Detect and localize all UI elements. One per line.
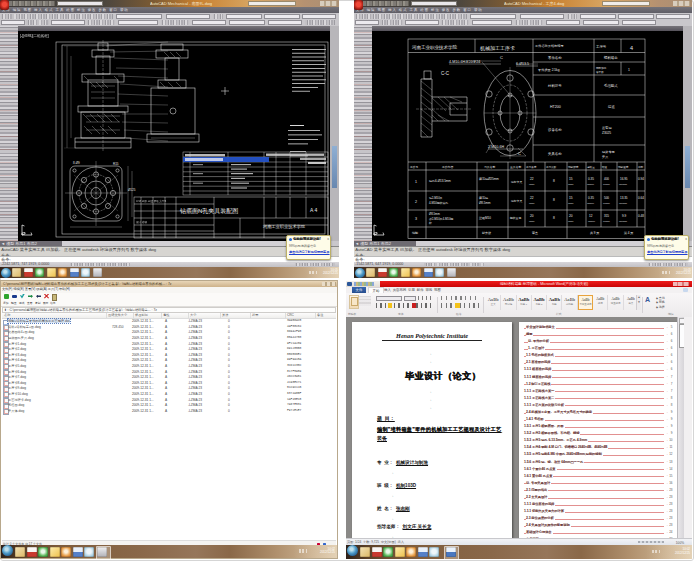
svg-text:摇臂钻: 摇臂钻 [602, 125, 612, 130]
svg-text:C: C [518, 151, 521, 156]
svg-text:(r/min): (r/min) [603, 220, 610, 223]
svg-text:8-Ø9: 8-Ø9 [73, 161, 80, 165]
svg-text:麻花钻Ø25mm: 麻花钻Ø25mm [479, 177, 499, 181]
svg-text:20: 20 [530, 214, 534, 218]
svg-text:0.94: 0.94 [638, 177, 644, 181]
svg-text:设备名称: 设备名称 [548, 127, 562, 132]
svg-text:铸造: 铸造 [607, 105, 615, 109]
svg-text:400: 400 [604, 177, 609, 181]
svg-text:工序号: 工序号 [596, 45, 607, 49]
svg-text:进给量: 进给量 [587, 165, 595, 169]
svg-text:工步号: 工步号 [410, 165, 419, 169]
svg-text:工步内容: 工步内容 [442, 165, 453, 169]
svg-text:16.95: 16.95 [620, 177, 628, 181]
svg-text:编制: 编制 [412, 231, 418, 235]
svg-text:3: 3 [415, 217, 417, 221]
svg-text:零件数: 零件数 [596, 70, 604, 74]
svg-text:Ø8.5mm: Ø8.5mm [429, 212, 440, 216]
svg-text:(mm): (mm) [529, 183, 535, 186]
svg-text:8: 8 [553, 198, 555, 202]
svg-text:A 4: A 4 [310, 207, 317, 213]
svg-text:纹: 纹 [429, 221, 432, 225]
svg-text:游标卡尺: 游标卡尺 [511, 180, 522, 184]
svg-text:(mm): (mm) [529, 202, 535, 205]
svg-text:麻花钻: 麻花钻 [479, 196, 488, 200]
svg-text:8: 8 [553, 216, 555, 220]
svg-text:钻底面N孔夹具装配图: 钻底面N孔夹具装配图 [179, 207, 238, 215]
svg-text:(m/min): (m/min) [619, 183, 627, 186]
svg-text:(mm/r): (mm/r) [588, 220, 595, 223]
svg-text:钻床专用: 钻床专用 [601, 150, 615, 154]
svg-text:(mm): (mm) [568, 183, 574, 186]
svg-text:毛坯型式: 毛坯型式 [604, 83, 618, 88]
svg-text:6-Ø13.5: 6-Ø13.5 [516, 62, 529, 66]
svg-text:游标卡尺: 游标卡尺 [511, 199, 522, 203]
svg-text:丝锥M10: 丝锥M10 [479, 216, 491, 220]
svg-text:(m/min): (m/min) [619, 220, 627, 223]
svg-text:1: 1 [415, 180, 417, 184]
svg-text:夹具: 夹具 [602, 155, 609, 159]
svg-text:钻2-M10及: 钻2-M10及 [428, 196, 443, 200]
svg-text:13.35: 13.35 [620, 196, 628, 200]
svg-text:(mm/r): (mm/r) [587, 183, 594, 186]
svg-text:刀具名称: 刀具名称 [484, 165, 495, 169]
svg-text:工时: 工时 [638, 165, 644, 169]
svg-text:C: C [500, 55, 503, 60]
svg-text:20: 20 [569, 214, 573, 218]
svg-text:4: 4 [630, 45, 633, 51]
svg-text:Ø8.5mm: Ø8.5mm [479, 201, 491, 205]
svg-text:螺纹量规: 螺纹量规 [510, 216, 521, 220]
svg-text:工件名称及指标编号: 工件名称及指标编号 [535, 44, 565, 48]
svg-text:0.64: 0.64 [638, 196, 644, 200]
svg-text:315: 315 [604, 214, 609, 218]
svg-text:转速: 转速 [602, 165, 608, 169]
svg-text:1: 1 [628, 68, 630, 72]
svg-text:(r/min): (r/min) [603, 183, 610, 186]
svg-text:攻2-M10及4-M10螺: 攻2-M10及4-M10螺 [429, 217, 453, 221]
svg-text:材料牌号: 材料牌号 [547, 84, 562, 88]
svg-text:(mm/r): (mm/r) [587, 202, 594, 205]
svg-text:抄去校: 抄去校 [482, 231, 491, 235]
svg-text:HT200: HT200 [550, 105, 561, 109]
svg-text:走刀长度: 走刀长度 [526, 165, 537, 169]
svg-text:22: 22 [530, 177, 534, 181]
svg-text:夹具名称: 夹具名称 [548, 152, 562, 156]
svg-text:500: 500 [604, 196, 609, 200]
svg-text:走刀次数: 走刀次数 [546, 165, 557, 169]
svg-text:河南工业职业技术学院: 河南工业职业技术学院 [412, 44, 458, 50]
svg-text:切削速度: 切削速度 [618, 165, 629, 169]
svg-text:0.48: 0.48 [638, 214, 644, 218]
svg-text:(m/min): (m/min) [619, 202, 627, 205]
svg-text:22: 22 [530, 196, 534, 200]
svg-text:(mm): (mm) [529, 220, 535, 223]
svg-text:[-][俯视][二维线框]: [-][俯视][二维线框] [20, 33, 49, 38]
svg-text:15: 15 [569, 196, 573, 200]
svg-text:C-C: C-C [441, 71, 450, 76]
svg-text:R15: R15 [113, 162, 119, 166]
svg-text:(mm): (mm) [568, 202, 574, 205]
svg-text:(r/min): (r/min) [603, 202, 610, 205]
svg-text:机械加工工序卡: 机械加工工序卡 [480, 45, 515, 52]
svg-text:Ø125: Ø125 [128, 188, 136, 192]
svg-text:同时加工: 同时加工 [596, 66, 607, 70]
svg-text:钻孔6-Ø13.5mm: 钻孔6-Ø13.5mm [428, 179, 451, 183]
svg-text:(mm): (mm) [568, 220, 574, 223]
svg-text:切削深度: 切削深度 [568, 165, 579, 169]
svg-text:12: 12 [589, 214, 593, 218]
svg-text:4-M10-6H深20深24: 4-M10-6H深20深24 [449, 60, 480, 64]
svg-text:标记 处数 分区 更改文件号: 标记 处数 分区 更改文件号 [135, 199, 167, 203]
svg-text:9.9: 9.9 [622, 214, 627, 218]
svg-text:0.35: 0.35 [588, 196, 594, 200]
svg-text:螺料箱盖: 螺料箱盖 [604, 55, 618, 60]
svg-text:0.35: 0.35 [588, 177, 594, 181]
svg-text:审查: 审查 [532, 231, 538, 235]
svg-text:设计 校核: 设计 校核 [136, 220, 148, 224]
svg-text:量具名称: 量具名称 [510, 165, 521, 169]
svg-text:第 4 页: 第 4 页 [624, 231, 633, 235]
svg-text:2-M10-6H: 2-M10-6H [488, 145, 504, 149]
svg-text:零件质量 2.5kg: 零件质量 2.5kg [538, 68, 560, 72]
svg-text:Z3025: Z3025 [602, 131, 611, 135]
svg-text:共 9 页: 共 9 页 [590, 231, 599, 235]
svg-text:2: 2 [415, 200, 417, 204]
svg-text:8: 8 [553, 179, 555, 183]
